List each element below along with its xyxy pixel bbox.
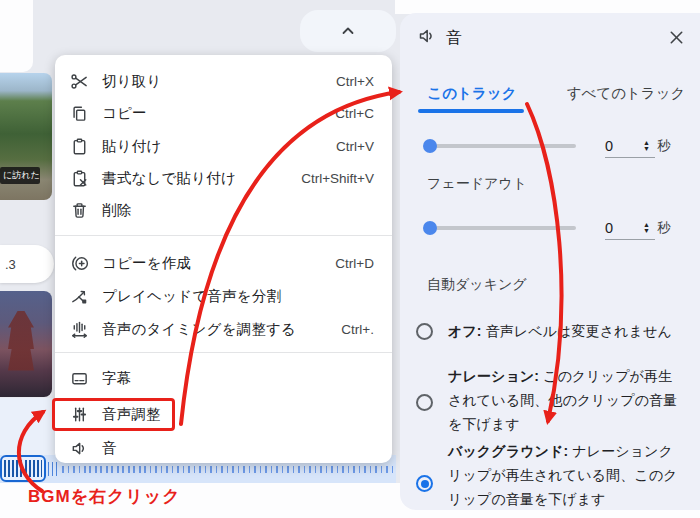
menu-item-label: 削除 — [102, 201, 131, 220]
speaker-icon — [417, 26, 437, 50]
close-icon[interactable] — [665, 26, 687, 48]
speed-badge: .3 — [0, 245, 54, 283]
video-editor-screen: に訪れた .3 切り取り Ctrl+X コピー Ctrl+C 貼り付け Ctrl… — [0, 0, 700, 518]
option-background-text: バックグラウンド:ナレーションクリップが再生されている間、このクリップの音量を下… — [448, 439, 686, 511]
menu-item-make-copy[interactable]: コピーを作成 Ctrl+D — [55, 247, 392, 279]
menu-item-label: 音声のタイミングを調整する — [102, 320, 296, 339]
option-off-desc: 音声レベルは変更されません — [486, 323, 672, 339]
top-right-background — [395, 0, 700, 14]
menu-item-adjust-audio-timing[interactable]: 音声のタイミングを調整する Ctrl+. — [55, 313, 392, 345]
context-menu: 切り取り Ctrl+X コピー Ctrl+C 貼り付け Ctrl+V 書式なしで… — [55, 55, 392, 463]
chevron-up-icon — [338, 21, 358, 41]
menu-item-label: 音声調整 — [102, 405, 161, 424]
audio-panel: 音 このトラック すべてのトラック 0 ▲▼ 秒 フェードアウト 0 ▲▼ 秒 … — [400, 13, 700, 510]
fade-out-value[interactable]: 0 — [605, 220, 629, 236]
collapse-panel-button[interactable] — [300, 10, 396, 52]
fade-out-label: フェードアウト — [427, 175, 527, 193]
fade-in-value-row: 0 ▲▼ 秒 — [605, 136, 685, 156]
trash-icon — [69, 200, 89, 220]
audio-mixer-icon — [69, 404, 89, 424]
menu-item-label: コピー — [102, 104, 147, 123]
fade-in-value[interactable]: 0 — [605, 138, 629, 154]
clipboard-no-format-icon — [69, 168, 89, 188]
scissors-icon — [69, 71, 89, 91]
menu-item-shortcut: Ctrl+X — [336, 74, 374, 89]
audio-waveform-dots — [62, 466, 394, 473]
value-underline — [605, 239, 655, 240]
bgm-annotation-text: BGMを右クリック — [28, 485, 181, 508]
menu-item-label: プレイヘッドで音声を分割 — [102, 287, 281, 306]
bgm-audio-clip-selected[interactable] — [0, 455, 46, 482]
fade-out-unit: 秒 — [657, 219, 671, 237]
radio-background-selected[interactable] — [416, 475, 433, 492]
menu-item-label: 切り取り — [102, 72, 161, 91]
auto-ducking-label: 自動ダッキング — [427, 276, 527, 294]
menu-item-label: 音 — [102, 439, 117, 458]
duplicate-icon — [69, 253, 89, 273]
menu-item-label: コピーを作成 — [102, 254, 191, 273]
fade-in-unit: 秒 — [657, 137, 671, 155]
fade-out-value-row: 0 ▲▼ 秒 — [605, 218, 685, 238]
radio-narration[interactable] — [416, 394, 433, 411]
menu-item-audio-adjust[interactable]: 音声調整 — [55, 398, 392, 430]
copy-icon — [69, 103, 89, 123]
canvas-corner — [0, 0, 33, 72]
menu-item-captions[interactable]: 字幕 — [55, 362, 392, 394]
menu-item-label: 書式なしで貼り付け — [102, 169, 236, 188]
menu-item-paste-without-formatting[interactable]: 書式なしで貼り付け Ctrl+Shift+V — [55, 162, 392, 194]
menu-item-shortcut: Ctrl+V — [336, 139, 374, 154]
tab-all-tracks[interactable]: すべてのトラック — [555, 82, 697, 104]
panel-header: 音 — [400, 13, 700, 59]
menu-divider — [55, 235, 392, 236]
panel-title: 音 — [446, 28, 462, 49]
timeline-background — [0, 398, 55, 455]
video-clip-thumbnail-trees[interactable]: に訪れた — [0, 73, 52, 200]
menu-item-paste[interactable]: 貼り付け Ctrl+V — [55, 130, 392, 162]
menu-divider — [55, 352, 392, 353]
stepper-icon[interactable]: ▲▼ — [643, 222, 650, 234]
speaker-icon — [69, 438, 89, 458]
slider-handle[interactable] — [423, 221, 437, 235]
fade-in-slider[interactable] — [426, 144, 576, 148]
menu-item-shortcut: Ctrl+D — [335, 256, 374, 271]
slider-handle[interactable] — [423, 139, 437, 153]
tab-this-track[interactable]: このトラック — [418, 82, 526, 104]
subtitle-overlay: に訪れた — [0, 167, 40, 184]
menu-item-label: 貼り付け — [102, 137, 161, 156]
stepper-icon[interactable]: ▲▼ — [643, 140, 650, 152]
active-tab-indicator — [418, 109, 524, 113]
menu-item-copy[interactable]: コピー Ctrl+C — [55, 97, 392, 129]
menu-item-label: 字幕 — [102, 369, 131, 388]
waveform-bars — [4, 460, 22, 477]
value-underline — [605, 157, 655, 158]
option-off-prefix: オフ: — [448, 323, 482, 339]
clipboard-icon — [69, 136, 89, 156]
adjust-timing-icon — [69, 319, 89, 339]
audio-waveform-ticks — [48, 462, 60, 476]
menu-item-sound[interactable]: 音 — [55, 432, 392, 464]
split-audio-icon — [69, 286, 89, 306]
menu-item-delete[interactable]: 削除 — [55, 194, 392, 226]
menu-item-shortcut: Ctrl+. — [341, 322, 374, 337]
menu-item-shortcut: Ctrl+C — [335, 106, 374, 121]
video-clip-thumbnail-pagoda[interactable] — [0, 291, 52, 397]
option-off-text: オフ:音声レベルは変更されません — [448, 319, 686, 343]
option-narration-prefix: ナレーション: — [448, 368, 539, 384]
option-background-prefix: バックグラウンド: — [448, 443, 568, 459]
fade-out-slider[interactable] — [426, 226, 576, 230]
option-narration-text: ナレーション:このクリップが再生されている間、他のクリップの音量を下げます — [448, 364, 686, 436]
radio-off[interactable] — [416, 323, 433, 340]
menu-item-split-audio-at-playhead[interactable]: プレイヘッドで音声を分割 — [55, 280, 392, 312]
menu-item-shortcut: Ctrl+Shift+V — [301, 171, 374, 186]
waveform-bars — [25, 460, 43, 477]
menu-item-cut[interactable]: 切り取り Ctrl+X — [55, 65, 392, 97]
captions-icon — [69, 368, 89, 388]
